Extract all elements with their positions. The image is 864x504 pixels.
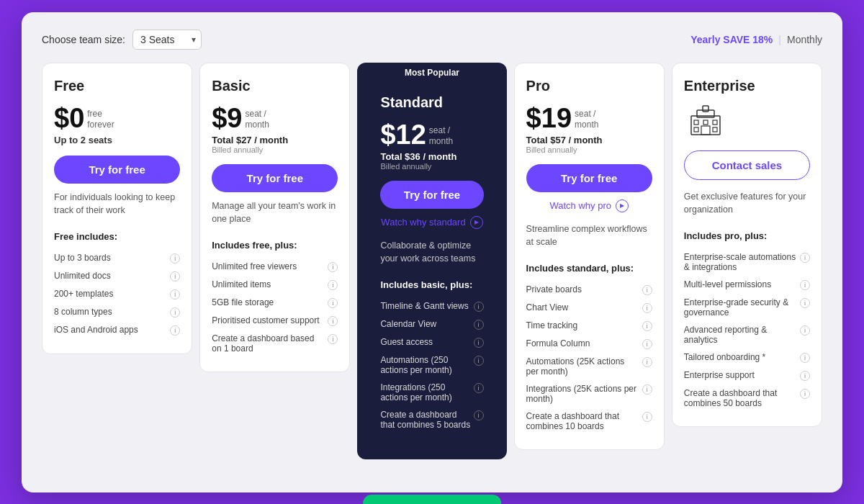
feature-info-icon: i: [474, 383, 484, 393]
feature-item: Time trackingi: [526, 317, 652, 335]
features-list-standard: Timeline & Gantt viewsi Calendar Viewi G…: [380, 297, 483, 433]
team-size-select[interactable]: 3 Seats 1 Seat 2 Seats 5 Seats 10 Seats: [132, 30, 202, 50]
feature-info-icon: i: [328, 316, 338, 326]
contact-sales-button[interactable]: Contact sales: [684, 150, 810, 180]
price-dollar-pro: $19: [526, 104, 572, 132]
feature-info-icon: i: [170, 271, 180, 282]
price-total-pro: Total $57 / month: [526, 135, 652, 145]
feature-item: Up to 3 boardsi: [54, 249, 180, 267]
team-size-selector: Choose team size: 3 Seats 1 Seat 2 Seats…: [42, 30, 202, 50]
price-unit-free: free forever: [87, 109, 114, 131]
feature-info-icon: i: [170, 253, 180, 264]
monday-badge: monday.com: [363, 495, 501, 504]
feature-item: Advanced reporting & analyticsi: [684, 321, 810, 348]
feature-item: Unlimited free viewersi: [212, 258, 338, 276]
svg-rect-2: [703, 106, 708, 112]
plan-name-basic: Basic: [212, 78, 338, 94]
feature-item: Automations (250 actions per month)i: [380, 351, 483, 379]
try-free-button-free[interactable]: Try for free: [54, 156, 180, 184]
price-unit-basic: seat / month: [245, 109, 269, 131]
svg-rect-8: [701, 126, 710, 135]
features-header-pro: Includes standard, plus:: [526, 263, 652, 274]
feature-info-icon: i: [474, 338, 484, 348]
billing-yearly[interactable]: Yearly SAVE 18%: [690, 34, 773, 45]
features-list-free: Up to 3 boardsi Unlimited docsi 200+ tem…: [54, 249, 180, 339]
plan-card-pro: Pro $19 seat / month Total $57 / month B…: [514, 63, 665, 450]
plan-name-free: Free: [54, 78, 180, 94]
plans-row: Free $0 free forever Up to 2 seats Try f…: [42, 63, 822, 459]
feature-item: iOS and Android appsi: [54, 321, 180, 339]
feature-item: Create a dashboard that combines 50 boar…: [684, 384, 810, 412]
feature-info-icon: i: [800, 353, 810, 363]
plan-name-standard: Standard: [380, 94, 483, 111]
feature-item: Create a dashboard that combines 5 board…: [380, 406, 483, 433]
enterprise-building-icon: [684, 104, 727, 136]
features-header-standard: Includes basic, plus:: [380, 279, 483, 290]
watch-label-standard: Watch why standard: [381, 217, 465, 228]
features-header-free: Free includes:: [54, 231, 180, 242]
plan-card-enterprise: Enterprise Contact sales Get exclusive f…: [672, 63, 822, 427]
feature-item: Unlimited docsi: [54, 267, 180, 285]
feature-item: Create a dashboard that combines 10 boar…: [526, 408, 652, 435]
plan-card-standard: Most Popular Standard $12 seat / month T…: [357, 63, 506, 459]
feature-info-icon: i: [474, 356, 484, 366]
feature-item: Guest accessi: [380, 333, 483, 351]
feature-info-icon: i: [642, 339, 652, 349]
price-row-standard: $12 seat / month: [380, 121, 483, 148]
price-billed-pro: Billed annually: [526, 145, 652, 154]
watch-why-pro-link[interactable]: Watch why pro ▶: [526, 199, 652, 212]
feature-item: Unlimited itemsi: [212, 276, 338, 294]
try-free-button-basic[interactable]: Try for free: [212, 164, 338, 192]
feature-item: Enterprise-scale automations & integrati…: [684, 248, 810, 276]
watch-why-standard-link[interactable]: Watch why standard ▶: [380, 216, 483, 229]
watch-label-pro: Watch why pro: [549, 200, 611, 211]
plan-desc-enterprise: Get exclusive features for your organiza…: [684, 190, 810, 219]
feature-item: 5GB file storagei: [212, 294, 338, 312]
features-header-enterprise: Includes pro, plus:: [684, 230, 810, 241]
feature-info-icon: i: [328, 280, 338, 290]
feature-info-icon: i: [642, 412, 652, 422]
billing-divider: |: [778, 34, 781, 45]
features-list-pro: Private boardsi Chart Viewi Time trackin…: [526, 281, 652, 435]
svg-rect-3: [694, 120, 698, 125]
feature-info-icon: i: [800, 389, 810, 399]
feature-item: Integrations (250 actions per month)i: [380, 379, 483, 406]
billing-monthly[interactable]: Monthly: [787, 34, 822, 45]
feature-info-icon: i: [642, 321, 652, 331]
billing-toggle: Yearly SAVE 18% | Monthly: [690, 34, 822, 45]
price-dollar-standard: $12: [380, 121, 426, 148]
try-free-button-pro[interactable]: Try for free: [526, 164, 652, 192]
team-size-select-wrapper: 3 Seats 1 Seat 2 Seats 5 Seats 10 Seats: [132, 30, 202, 50]
feature-info-icon: i: [328, 334, 338, 344]
svg-rect-4: [703, 120, 708, 125]
feature-info-icon: i: [642, 384, 652, 395]
price-total-standard: Total $36 / month: [380, 151, 483, 162]
price-row-basic: $9 seat / month: [212, 104, 338, 132]
play-icon-standard: ▶: [470, 216, 483, 229]
price-dollar-free: $0: [54, 104, 84, 132]
team-size-label: Choose team size:: [42, 34, 125, 45]
features-list-basic: Unlimited free viewersi Unlimited itemsi…: [212, 258, 338, 357]
plan-desc-standard: Collaborate & optimize your work across …: [380, 239, 483, 268]
feature-info-icon: i: [328, 262, 338, 272]
price-unit-standard: seat / month: [429, 125, 453, 148]
feature-info-icon: i: [474, 302, 484, 312]
feature-info-icon: i: [170, 325, 180, 336]
feature-item: 8 column typesi: [54, 303, 180, 321]
feature-item: Enterprise supporti: [684, 366, 810, 384]
pricing-container: Choose team size: 3 Seats 1 Seat 2 Seats…: [22, 12, 842, 492]
try-free-button-standard[interactable]: Try for free: [380, 181, 483, 209]
plan-desc-basic: Manage all your team's work in one place: [212, 199, 338, 228]
feature-info-icon: i: [170, 307, 180, 318]
play-icon-pro: ▶: [616, 199, 629, 212]
feature-info-icon: i: [800, 280, 810, 290]
plan-desc-free: For individuals looking to keep track of…: [54, 191, 180, 220]
feature-item: Private boardsi: [526, 281, 652, 299]
top-bar: Choose team size: 3 Seats 1 Seat 2 Seats…: [42, 30, 822, 50]
price-unit-pro: seat / month: [575, 109, 598, 131]
feature-info-icon: i: [642, 285, 652, 295]
feature-info-icon: i: [474, 410, 484, 420]
feature-info-icon: i: [642, 357, 652, 367]
feature-item: Timeline & Gantt viewsi: [380, 297, 483, 315]
price-row-pro: $19 seat / month: [526, 104, 652, 132]
